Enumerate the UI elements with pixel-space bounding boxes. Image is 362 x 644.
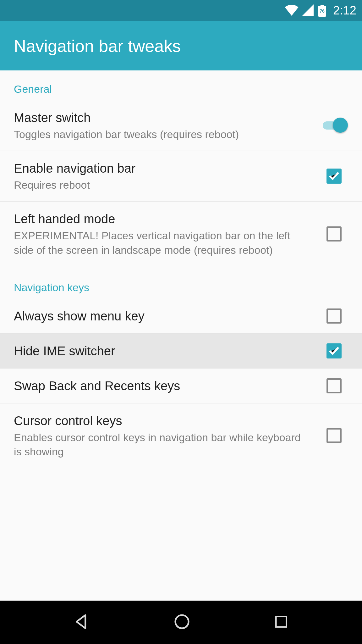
app-bar: Navigation bar tweaks	[0, 21, 362, 70]
row-subtitle: Toggles navigation bar tweaks (requires …	[14, 127, 310, 142]
page-title: Navigation bar tweaks	[14, 36, 181, 56]
swap-keys-checkbox[interactable]	[326, 378, 342, 393]
wifi-icon	[285, 4, 299, 17]
clock: 2:12	[333, 4, 356, 17]
home-button[interactable]	[173, 613, 191, 632]
row-title: Cursor control keys	[14, 412, 310, 429]
row-enable-navbar[interactable]: Enable navigation bar Requires reboot	[0, 151, 362, 202]
back-button[interactable]	[73, 613, 90, 632]
section-header-navkeys: Navigation keys	[0, 266, 362, 299]
row-master-switch[interactable]: Master switch Toggles navigation bar twe…	[0, 100, 362, 151]
enable-navbar-checkbox[interactable]	[326, 169, 342, 184]
row-cursor-keys[interactable]: Cursor control keys Enables cursor contr…	[0, 403, 362, 469]
left-handed-checkbox[interactable]	[326, 226, 342, 242]
battery-percent: 76	[320, 8, 325, 14]
settings-list[interactable]: General Master switch Toggles navigation…	[0, 70, 362, 601]
row-left-handed[interactable]: Left handed mode EXPERIMENTAL! Places ve…	[0, 202, 362, 266]
row-title: Always show menu key	[14, 308, 310, 325]
hide-ime-checkbox[interactable]	[326, 343, 342, 358]
battery-icon: 76	[317, 5, 327, 17]
status-bar: 76 2:12	[0, 0, 362, 21]
row-subtitle: Requires reboot	[14, 178, 310, 192]
row-always-menu[interactable]: Always show menu key	[0, 299, 362, 334]
row-title: Hide IME switcher	[14, 342, 310, 359]
row-swap-keys[interactable]: Swap Back and Recents keys	[0, 369, 362, 403]
svg-rect-1	[276, 616, 287, 627]
row-subtitle: EXPERIMENTAL! Places vertical navigation…	[14, 229, 310, 258]
row-title: Left handed mode	[14, 210, 310, 227]
row-title: Master switch	[14, 109, 310, 126]
row-subtitle: Enables cursor control keys in navigatio…	[14, 430, 310, 459]
row-partial[interactable]	[0, 468, 362, 484]
svg-point-0	[175, 615, 189, 628]
row-title: Enable navigation bar	[14, 160, 310, 177]
navigation-bar	[0, 601, 362, 644]
row-title: Swap Back and Recents keys	[14, 377, 310, 394]
master-switch-toggle[interactable]	[323, 119, 345, 132]
cursor-keys-checkbox[interactable]	[326, 428, 342, 443]
cellular-icon	[302, 4, 314, 17]
recents-button[interactable]	[273, 614, 289, 631]
row-hide-ime[interactable]: Hide IME switcher	[0, 334, 362, 369]
section-header-general: General	[0, 70, 362, 100]
always-menu-checkbox[interactable]	[326, 308, 342, 324]
